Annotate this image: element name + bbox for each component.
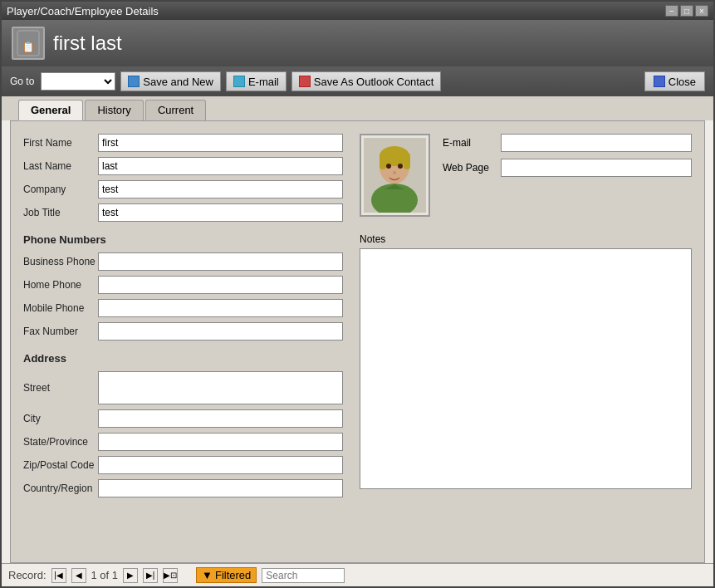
save-new-icon: [128, 76, 140, 87]
status-bar: Record: |◀ ◀ 1 of 1 ▶ ▶| ▶⊡ ▼ Filtered: [2, 563, 713, 586]
tab-general[interactable]: General: [18, 100, 83, 120]
title-bar: Player/Coach/Employee Details − □ ×: [2, 2, 713, 20]
web-page-label: Web Page: [443, 162, 501, 174]
street-row: Street: [23, 371, 343, 404]
street-input[interactable]: [98, 371, 343, 404]
first-name-row: First Name: [23, 134, 343, 152]
state-label: State/Province: [23, 436, 98, 448]
email-field-label: E-mail: [443, 137, 501, 149]
record-label: Record:: [8, 569, 47, 581]
mobile-phone-input[interactable]: [98, 299, 343, 317]
job-title-row: Job Title: [23, 203, 343, 222]
business-phone-input[interactable]: [98, 252, 343, 271]
header-title: first last: [53, 32, 122, 55]
city-row: City: [23, 409, 343, 428]
home-phone-row: Home Phone: [23, 276, 343, 294]
right-top: E-mail Web Page: [360, 134, 692, 225]
notes-label: Notes: [360, 233, 692, 245]
filtered-label: Filtered: [215, 569, 251, 581]
filtered-badge: ▼ Filtered: [196, 567, 257, 583]
header-icon: 📋: [12, 27, 45, 60]
web-page-input[interactable]: [501, 159, 692, 177]
left-panel: First Name Last Name Company Job Title P…: [23, 134, 343, 550]
svg-rect-6: [380, 153, 386, 169]
zip-input[interactable]: [98, 456, 343, 474]
title-bar-controls: − □ ×: [665, 5, 708, 17]
tabs-bar: General History Current: [2, 96, 713, 120]
job-title-label: Job Title: [23, 207, 98, 218]
web-page-row: Web Page: [443, 159, 692, 177]
tab-history[interactable]: History: [85, 100, 143, 120]
window-title: Player/Coach/Employee Details: [7, 5, 665, 17]
search-input[interactable]: [262, 568, 345, 583]
main-window: Player/Coach/Employee Details − □ × 📋 fi…: [0, 0, 715, 588]
last-record-button[interactable]: ▶|: [143, 568, 158, 583]
extra-nav-button[interactable]: ▶⊡: [163, 568, 178, 583]
right-panel: E-mail Web Page Notes: [360, 134, 692, 550]
email-input[interactable]: [501, 134, 692, 152]
main-content: First Name Last Name Company Job Title P…: [10, 120, 705, 563]
company-input[interactable]: [98, 180, 343, 198]
fax-number-row: Fax Number: [23, 322, 343, 341]
business-phone-label: Business Phone: [23, 256, 98, 267]
fax-number-input[interactable]: [98, 322, 343, 341]
home-phone-label: Home Phone: [23, 279, 98, 291]
notes-input[interactable]: [360, 248, 692, 489]
record-info: 1 of 1: [91, 569, 119, 581]
last-name-row: Last Name: [23, 157, 343, 175]
home-phone-input[interactable]: [98, 276, 343, 294]
tab-current[interactable]: Current: [145, 100, 206, 120]
email-button[interactable]: E-mail: [226, 71, 286, 91]
outlook-icon: [299, 76, 311, 87]
first-name-label: First Name: [23, 137, 98, 149]
header: 📋 first last: [2, 20, 713, 66]
business-phone-row: Business Phone: [23, 252, 343, 271]
last-name-input[interactable]: [98, 157, 343, 175]
email-icon: [233, 76, 245, 87]
goto-label: Go to: [10, 76, 34, 87]
zip-row: Zip/Postal Code: [23, 456, 343, 474]
address-section-title: Address: [23, 352, 343, 365]
close-icon: [654, 76, 665, 87]
next-record-button[interactable]: ▶: [123, 568, 138, 583]
save-outlook-label: Save As Outlook Contact: [314, 76, 434, 88]
minimize-button[interactable]: −: [665, 5, 678, 17]
street-label: Street: [23, 382, 98, 394]
svg-point-8: [386, 164, 391, 169]
phone-section-title: Phone Numbers: [23, 233, 343, 246]
email-label: E-mail: [248, 76, 279, 88]
prev-record-button[interactable]: ◀: [71, 568, 86, 583]
company-row: Company: [23, 180, 343, 198]
close-label: Close: [668, 76, 696, 88]
country-row: Country/Region: [23, 479, 343, 497]
city-input[interactable]: [98, 409, 343, 428]
country-label: Country/Region: [23, 483, 98, 494]
state-input[interactable]: [98, 433, 343, 451]
save-new-button[interactable]: Save and New: [120, 71, 221, 91]
goto-select[interactable]: [41, 72, 115, 91]
company-label: Company: [23, 184, 98, 195]
country-input[interactable]: [98, 479, 343, 497]
save-new-label: Save and New: [143, 76, 213, 88]
svg-rect-7: [404, 153, 410, 169]
fax-number-label: Fax Number: [23, 326, 98, 337]
job-title-input[interactable]: [98, 203, 343, 222]
zip-label: Zip/Postal Code: [23, 459, 98, 471]
first-name-input[interactable]: [98, 134, 343, 152]
restore-button[interactable]: □: [680, 5, 693, 17]
last-name-label: Last Name: [23, 160, 98, 172]
close-window-button[interactable]: ×: [695, 5, 708, 17]
save-outlook-button[interactable]: Save As Outlook Contact: [291, 71, 442, 91]
first-record-button[interactable]: |◀: [51, 568, 66, 583]
state-row: State/Province: [23, 433, 343, 451]
filter-icon: ▼: [202, 569, 213, 581]
right-fields: E-mail Web Page: [443, 134, 692, 225]
mobile-phone-label: Mobile Phone: [23, 302, 98, 314]
close-button[interactable]: Close: [644, 71, 705, 91]
mobile-phone-row: Mobile Phone: [23, 299, 343, 317]
svg-point-9: [398, 164, 403, 169]
svg-point-10: [393, 171, 396, 174]
photo-area: [360, 134, 430, 217]
email-row: E-mail: [443, 134, 692, 152]
city-label: City: [23, 413, 98, 424]
